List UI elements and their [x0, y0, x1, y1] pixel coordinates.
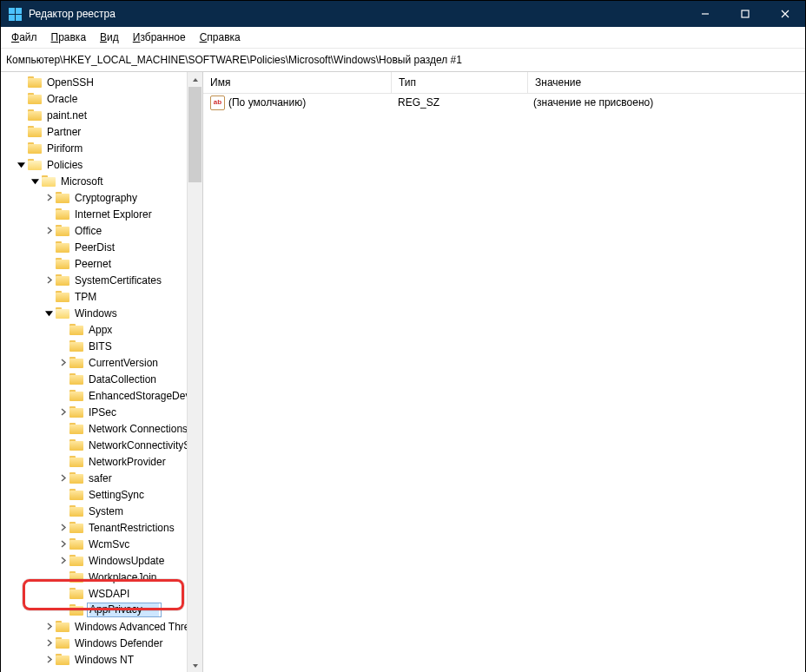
tree-node-label: Oracle: [45, 93, 79, 105]
tree-node-label: TenantRestrictions: [87, 522, 176, 534]
tree-node[interactable]: WindowsUpdate: [4, 552, 187, 569]
tree-node[interactable]: Policies: [4, 156, 187, 173]
folder-icon: [56, 258, 69, 270]
value-name-text: (По умолчанию): [228, 96, 306, 109]
scroll-up-button[interactable]: [188, 72, 202, 87]
values-list[interactable]: ab(По умолчанию)REG_SZ(значение не присв…: [203, 94, 805, 672]
expand-icon[interactable]: [43, 191, 56, 204]
folder-icon: [28, 159, 42, 171]
menu-view[interactable]: Вид: [93, 30, 126, 45]
tree-node[interactable]: NetworkProvider: [4, 453, 187, 470]
scroll-down-button[interactable]: [188, 658, 202, 672]
close-button[interactable]: [765, 1, 805, 27]
tree-node-label: Windows: [73, 307, 119, 320]
tree-node[interactable]: Piriform: [4, 140, 187, 156]
tree-node-label: Windows NT: [73, 654, 135, 666]
tree-node[interactable]: Windows: [4, 305, 187, 321]
tree-node[interactable]: CurrentVersion: [4, 354, 187, 371]
menu-file[interactable]: Файл: [4, 30, 44, 45]
scroll-track[interactable]: [188, 87, 202, 658]
tree-node[interactable]: Peernet: [4, 255, 187, 272]
address-bar[interactable]: Компьютер\HKEY_LOCAL_MACHINE\SOFTWARE\Po…: [1, 49, 805, 72]
tree-node[interactable]: WcmSvc: [4, 536, 187, 552]
tree-node[interactable]: OpenSSH: [4, 74, 187, 90]
scroll-thumb[interactable]: [188, 87, 202, 182]
rename-input-wrapper[interactable]: [87, 603, 162, 617]
tree-node-label: EnhancedStorageDevices: [87, 390, 187, 402]
maximize-button[interactable]: [725, 1, 765, 27]
tree-node[interactable]: PeerDist: [4, 239, 187, 255]
tree-node[interactable]: BITS: [4, 338, 187, 354]
tree-node[interactable]: IPSec: [4, 404, 187, 420]
tree-node[interactable]: paint.net: [4, 107, 187, 123]
tree-node[interactable]: Appx: [4, 321, 187, 338]
col-value-header[interactable]: Значение: [528, 72, 805, 93]
tree-node-label: NetworkProvider: [87, 456, 168, 468]
tree-node[interactable]: WSDAPI: [4, 585, 187, 602]
folder-icon: [69, 555, 83, 567]
value-name-cell: ab(По умолчанию): [203, 96, 391, 110]
menu-help[interactable]: Справка: [193, 30, 248, 45]
folder-icon: [56, 225, 69, 237]
expand-icon[interactable]: [43, 273, 56, 287]
tree-node[interactable]: TPM: [4, 288, 187, 305]
rename-input[interactable]: [89, 603, 159, 616]
expand-icon[interactable]: [56, 521, 69, 534]
tree-node[interactable]: SettingSync: [4, 486, 187, 503]
tree-node[interactable]: Oracle: [4, 90, 187, 107]
menu-bar: Файл Правка Вид Избранное Справка: [1, 27, 805, 49]
window-title: Редактор реестра: [29, 8, 116, 20]
expand-icon[interactable]: [43, 636, 56, 649]
expand-icon[interactable]: [43, 224, 56, 237]
menu-favorites[interactable]: Избранное: [126, 30, 193, 45]
col-name-header[interactable]: Имя: [203, 72, 392, 93]
expand-icon[interactable]: [56, 554, 69, 567]
tree-node[interactable]: NetworkConnectivityStatu: [4, 437, 187, 453]
expand-icon[interactable]: [43, 620, 56, 633]
collapse-icon[interactable]: [29, 175, 42, 188]
registry-tree[interactable]: OpenSSHOraclepaint.netPartnerPiriformPol…: [1, 72, 187, 672]
expand-icon[interactable]: [56, 537, 69, 550]
folder-icon: [69, 439, 83, 451]
tree-node[interactable]: Office: [4, 222, 187, 239]
titlebar[interactable]: Редактор реестра: [1, 1, 805, 27]
expand-icon[interactable]: [56, 356, 69, 369]
collapse-icon[interactable]: [15, 158, 28, 171]
folder-icon: [69, 373, 83, 385]
tree-node[interactable]: System: [4, 503, 187, 519]
tree-node-label: Cryptography: [73, 192, 139, 204]
folder-icon: [69, 505, 83, 517]
registry-editor-window: Редактор реестра Файл Правка Вид Избранн…: [0, 0, 806, 672]
tree-node[interactable]: Network Connections: [4, 420, 187, 437]
tree-node-label: WindowsUpdate: [87, 555, 166, 567]
tree-scrollbar[interactable]: [187, 72, 202, 672]
tree-node[interactable]: Windows Defender: [4, 635, 187, 651]
tree-node[interactable]: DataCollection: [4, 371, 187, 387]
tree-node[interactable]: SystemCertificates: [4, 272, 187, 288]
tree-node[interactable]: TenantRestrictions: [4, 519, 187, 536]
expand-icon[interactable]: [56, 405, 69, 418]
collapse-icon[interactable]: [43, 306, 56, 320]
folder-icon: [69, 588, 83, 600]
minimize-button[interactable]: [685, 1, 725, 27]
tree-node-editing[interactable]: [4, 602, 187, 618]
tree-node-label: Microsoft: [59, 175, 105, 188]
list-header: Имя Тип Значение: [203, 72, 805, 94]
expand-icon[interactable]: [43, 653, 56, 666]
tree-node[interactable]: Partner: [4, 123, 187, 140]
tree-node[interactable]: Microsoft: [4, 173, 187, 189]
folder-icon: [56, 307, 69, 320]
col-type-header[interactable]: Тип: [392, 72, 528, 93]
menu-edit[interactable]: Правка: [44, 30, 94, 45]
expand-icon[interactable]: [56, 471, 69, 484]
tree-node-label: Internet Explorer: [73, 208, 154, 221]
tree-node[interactable]: WorkplaceJoin: [4, 569, 187, 585]
tree-node[interactable]: safer: [4, 470, 187, 486]
tree-node[interactable]: Windows NT: [4, 651, 187, 668]
folder-icon: [56, 637, 69, 649]
tree-node[interactable]: Internet Explorer: [4, 206, 187, 222]
tree-node[interactable]: Windows Advanced Threat P: [4, 618, 187, 635]
tree-node[interactable]: EnhancedStorageDevices: [4, 387, 187, 404]
tree-node[interactable]: Cryptography: [4, 189, 187, 206]
value-row[interactable]: ab(По умолчанию)REG_SZ(значение не присв…: [203, 94, 805, 111]
